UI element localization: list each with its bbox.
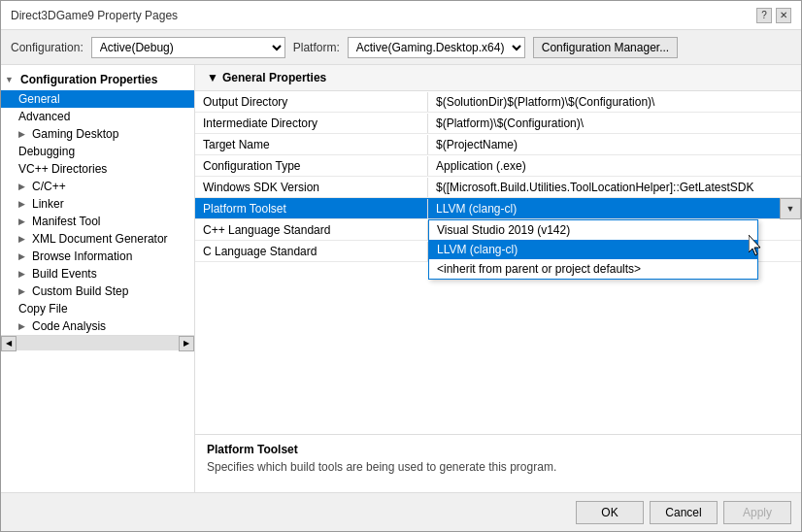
sidebar-item-xml-doc-label: XML Document Generator (32, 232, 168, 246)
tree-root-label: Configuration Properties (20, 73, 157, 86)
prop-name-c-lang: C Language Standard (195, 242, 428, 261)
prop-row-platform-toolset[interactable]: Platform Toolset LLVM (clang-cl) ▼ (195, 198, 801, 219)
platform-toolset-dropdown: Visual Studio 2019 (v142) LLVM (clang-cl… (428, 219, 758, 280)
prop-name-windows-sdk: Windows SDK Version (195, 178, 428, 197)
prop-row-output-dir[interactable]: Output Directory $(SolutionDir)$(Platfor… (195, 91, 801, 113)
prop-row-target-name[interactable]: Target Name $(ProjectName) (195, 134, 801, 155)
sidebar-item-vc-directories-label: VC++ Directories (18, 162, 107, 176)
sidebar-item-copy-file-label: Copy File (18, 302, 68, 316)
root-arrow-icon: ▼ (5, 75, 18, 84)
content-area: ▼ Configuration Properties General Advan… (1, 65, 801, 492)
expand-icon: ▼ (207, 71, 218, 84)
right-panel: ▼ General Properties Output Directory $(… (195, 65, 801, 492)
sidebar-item-custom-build-label: Custom Build Step (32, 284, 128, 298)
prop-row-intermediate-dir[interactable]: Intermediate Directory $(Platform)\$(Con… (195, 113, 801, 134)
prop-value-intermediate-dir: $(Platform)\$(Configuration)\ (428, 114, 801, 133)
title-bar-controls: ? ✕ (756, 8, 791, 23)
code-analysis-arrow-icon: ▶ (18, 321, 32, 331)
property-pages-window: Direct3DGame9 Property Pages ? ✕ Configu… (0, 0, 802, 532)
sidebar-item-advanced[interactable]: Advanced (1, 108, 194, 125)
tree-root[interactable]: ▼ Configuration Properties (1, 69, 194, 90)
prop-value-config-type: Application (.exe) (428, 156, 801, 176)
properties-header: ▼ General Properties (195, 65, 801, 91)
prop-name-output-dir: Output Directory (195, 92, 428, 112)
prop-name-platform-toolset: Platform Toolset (195, 199, 428, 218)
cancel-button[interactable]: Cancel (650, 501, 718, 524)
prop-name-target-name: Target Name (195, 135, 428, 154)
left-panel-scrollbar[interactable]: ◀ ▶ (1, 335, 194, 350)
sidebar-item-linker-label: Linker (32, 197, 64, 211)
config-manager-button[interactable]: Configuration Manager... (533, 37, 678, 58)
prop-row-config-type[interactable]: Configuration Type Application (.exe) (195, 155, 801, 177)
scroll-right-btn[interactable]: ▶ (179, 336, 194, 351)
description-title: Platform Toolset (207, 443, 789, 456)
platform-label: Platform: (293, 41, 340, 54)
prop-value-windows-sdk: $([Microsoft.Build.Utilities.ToolLocatio… (428, 178, 801, 197)
prop-value-output-dir: $(SolutionDir)$(Platform)\$(Configuratio… (428, 92, 801, 112)
sidebar-item-xml-doc[interactable]: ▶ XML Document Generator (1, 230, 194, 248)
sidebar-item-manifest-tool[interactable]: ▶ Manifest Tool (1, 213, 194, 230)
sidebar-item-general-label: General (18, 92, 60, 106)
prop-name-cpp-lang: C++ Language Standard (195, 220, 428, 240)
sidebar-item-advanced-label: Advanced (18, 110, 70, 123)
properties-table: Output Directory $(SolutionDir)$(Platfor… (195, 91, 801, 434)
gaming-desktop-arrow-icon: ▶ (18, 129, 32, 139)
prop-row-windows-sdk[interactable]: Windows SDK Version $([Microsoft.Build.U… (195, 177, 801, 198)
bottom-bar: OK Cancel Apply (1, 492, 801, 531)
config-select[interactable]: Active(Debug) (91, 37, 285, 58)
sidebar-item-custom-build[interactable]: ▶ Custom Build Step (1, 283, 194, 300)
build-events-arrow-icon: ▶ (18, 269, 32, 279)
sidebar-item-manifest-label: Manifest Tool (32, 215, 100, 228)
property-description: Platform Toolset Specifies which build t… (195, 434, 801, 492)
sidebar-item-general[interactable]: General (1, 90, 194, 108)
linker-arrow-icon: ▶ (18, 199, 32, 209)
prop-name-config-type: Configuration Type (195, 156, 428, 176)
left-panel: ▼ Configuration Properties General Advan… (1, 65, 195, 492)
prop-name-intermediate-dir: Intermediate Directory (195, 114, 428, 133)
window-title: Direct3DGame9 Property Pages (11, 9, 178, 22)
sidebar-item-vc-directories[interactable]: VC++ Directories (1, 160, 194, 178)
prop-value-platform-toolset: LLVM (clang-cl) (428, 199, 801, 218)
sidebar-item-build-events-label: Build Events (32, 267, 97, 281)
cpp-arrow-icon: ▶ (18, 182, 32, 191)
sidebar-item-browse-info[interactable]: ▶ Browse Information (1, 248, 194, 265)
ok-button[interactable]: OK (576, 501, 644, 524)
description-text: Specifies which build tools are being us… (207, 460, 789, 474)
properties-header-label: General Properties (222, 71, 326, 84)
sidebar-item-copy-file[interactable]: Copy File (1, 300, 194, 317)
scroll-left-btn[interactable]: ◀ (1, 336, 17, 351)
sidebar-item-code-analysis-label: Code Analysis (32, 319, 106, 333)
custom-build-arrow-icon: ▶ (18, 286, 32, 296)
prop-value-target-name: $(ProjectName) (428, 135, 801, 154)
sidebar-item-gaming-desktop[interactable]: ▶ Gaming Desktop (1, 125, 194, 143)
sidebar-item-cpp-label: C/C++ (32, 180, 66, 193)
manifest-arrow-icon: ▶ (18, 216, 32, 226)
close-button[interactable]: ✕ (776, 8, 791, 23)
sidebar-item-code-analysis[interactable]: ▶ Code Analysis (1, 317, 194, 335)
title-bar: Direct3DGame9 Property Pages ? ✕ (1, 1, 801, 30)
sidebar-item-debugging-label: Debugging (18, 145, 75, 158)
platform-select[interactable]: Active(Gaming.Desktop.x64) (348, 37, 525, 58)
dropdown-option-llvm[interactable]: LLVM (clang-cl) (429, 240, 757, 259)
platform-toolset-dropdown-btn[interactable]: ▼ (780, 198, 801, 219)
sidebar-item-linker[interactable]: ▶ Linker (1, 195, 194, 213)
dropdown-option-inherit[interactable]: <inherit from parent or project defaults… (429, 259, 757, 279)
apply-button[interactable]: Apply (723, 501, 791, 524)
sidebar-item-build-events[interactable]: ▶ Build Events (1, 265, 194, 283)
xml-arrow-icon: ▶ (18, 234, 32, 244)
sidebar-item-cpp[interactable]: ▶ C/C++ (1, 178, 194, 195)
sidebar-item-browse-info-label: Browse Information (32, 249, 132, 263)
sidebar-item-debugging[interactable]: Debugging (1, 143, 194, 160)
help-button[interactable]: ? (756, 8, 772, 23)
dropdown-option-vs2019[interactable]: Visual Studio 2019 (v142) (429, 220, 757, 240)
toolbar: Configuration: Active(Debug) Platform: A… (1, 30, 801, 65)
config-label: Configuration: (11, 41, 84, 54)
browse-arrow-icon: ▶ (18, 251, 32, 261)
sidebar-item-gaming-desktop-label: Gaming Desktop (32, 127, 118, 141)
